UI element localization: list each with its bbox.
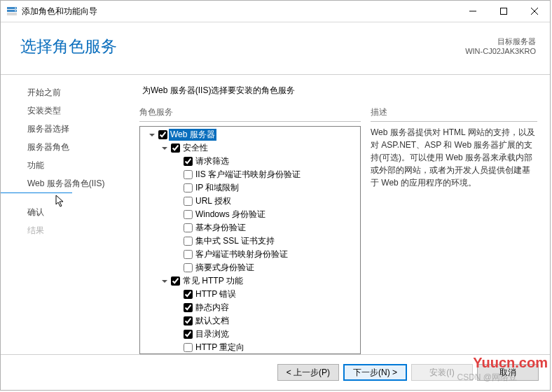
tree-row-1[interactable]: 安全性 (142, 141, 359, 155)
twisty-spacer (172, 303, 182, 313)
tree-row-11[interactable]: 常见 HTTP 功能 (142, 274, 359, 288)
checkbox-input[interactable] (158, 130, 167, 139)
checkbox[interactable] (184, 343, 193, 352)
tree-label[interactable]: 安全性 (181, 142, 209, 154)
nav-item-1[interactable]: 安装类型 (1, 102, 132, 120)
description-text: Web 服务器提供对 HTML 网站的支持，以及对 ASP.NET、ASP 和 … (371, 126, 537, 189)
tree-row-8[interactable]: 集中式 SSL 证书支持 (142, 234, 359, 248)
tree-row-14[interactable]: 默认文档 (142, 314, 359, 328)
checkbox[interactable] (184, 290, 193, 299)
tree-label[interactable]: HTTP 重定向 (194, 342, 246, 354)
nav-item-6[interactable]: 角色服务 (1, 192, 72, 193)
checkbox[interactable] (184, 223, 193, 232)
checkbox[interactable] (184, 263, 193, 272)
tree-label[interactable]: Web 服务器 (169, 129, 216, 141)
checkbox-input[interactable] (184, 330, 193, 339)
checkbox[interactable] (184, 210, 193, 219)
checkbox-input[interactable] (184, 197, 193, 206)
role-services-tree[interactable]: Web 服务器安全性请求筛选IIS 客户端证书映射身份验证IP 和域限制URL … (139, 126, 361, 354)
checkbox-input[interactable] (184, 343, 193, 352)
checkbox-input[interactable] (184, 157, 193, 166)
checkbox[interactable] (171, 276, 180, 286)
tree-label[interactable]: 集中式 SSL 证书支持 (194, 235, 276, 247)
checkbox[interactable] (184, 316, 193, 326)
checkbox-input[interactable] (184, 316, 193, 326)
nav-sidebar: 开始之前安装类型服务器选择服务器角色功能Web 服务器角色(IIS)角色服务确认… (1, 75, 132, 354)
description-column: 描述 Web 服务器提供对 HTML 网站的支持，以及对 ASP.NET、ASP… (371, 106, 537, 354)
checkbox[interactable] (184, 237, 193, 246)
tree-row-9[interactable]: 客户端证书映射身份验证 (142, 248, 359, 261)
twisty-spacer (172, 250, 182, 260)
checkbox-input[interactable] (184, 250, 193, 259)
tree-row-13[interactable]: 静态内容 (142, 301, 359, 314)
prev-button[interactable]: < 上一步(P) (277, 364, 339, 381)
tree-row-2[interactable]: 请求筛选 (142, 155, 359, 168)
install-button[interactable]: 安装(I) (411, 364, 473, 381)
checkbox-input[interactable] (184, 223, 193, 232)
nav-item-5[interactable]: Web 服务器角色(IIS) (1, 174, 132, 192)
twisty-open-icon[interactable] (147, 130, 157, 140)
tree-label[interactable]: HTTP 错误 (194, 288, 237, 300)
checkbox[interactable] (184, 250, 193, 259)
tree-row-15[interactable]: 目录浏览 (142, 328, 359, 341)
tree-row-3[interactable]: IIS 客户端证书映射身份验证 (142, 168, 359, 181)
twisty-open-icon[interactable] (160, 276, 170, 286)
nav-item-2[interactable]: 服务器选择 (1, 120, 132, 138)
tree-row-16[interactable]: HTTP 重定向 (142, 341, 359, 354)
close-button[interactable] (519, 1, 550, 22)
twisty-spacer (172, 290, 182, 300)
tree-label[interactable]: 摘要式身份验证 (194, 262, 256, 274)
checkbox-input[interactable] (171, 144, 180, 153)
tree-label[interactable]: IP 和域限制 (194, 182, 240, 194)
tree-label[interactable]: 静态内容 (194, 302, 230, 314)
tree-label[interactable]: 客户端证书映射身份验证 (194, 248, 289, 260)
checkbox[interactable] (184, 183, 193, 192)
checkbox-input[interactable] (184, 290, 193, 299)
tree-row-6[interactable]: Windows 身份验证 (142, 208, 359, 221)
nav-item-3[interactable]: 服务器角色 (1, 138, 132, 156)
tree-label[interactable]: Windows 身份验证 (194, 209, 267, 220)
tree-row-5[interactable]: URL 授权 (142, 195, 359, 208)
twisty-spacer (172, 157, 182, 167)
cancel-button[interactable]: 取消 (477, 364, 539, 381)
tree-column: 角色服务 Web 服务器安全性请求筛选IIS 客户端证书映射身份验证IP 和域限… (139, 106, 361, 354)
body: 开始之前安装类型服务器选择服务器角色功能Web 服务器角色(IIS)角色服务确认… (1, 75, 550, 354)
checkbox-input[interactable] (184, 237, 193, 246)
nav-item-0[interactable]: 开始之前 (1, 83, 132, 102)
checkbox-input[interactable] (184, 170, 193, 179)
twisty-open-icon[interactable] (160, 144, 170, 153)
tree-row-10[interactable]: 摘要式身份验证 (142, 261, 359, 274)
tree-row-4[interactable]: IP 和域限制 (142, 181, 359, 195)
tree-row-7[interactable]: 基本身份验证 (142, 221, 359, 234)
checkbox[interactable] (184, 157, 193, 166)
tree-heading: 角色服务 (139, 106, 361, 122)
nav-item-4[interactable]: 功能 (1, 156, 132, 174)
checkbox-input[interactable] (184, 210, 193, 219)
tree-label[interactable]: 目录浏览 (194, 328, 230, 340)
checkbox[interactable] (184, 170, 193, 179)
checkbox[interactable] (184, 303, 193, 312)
nav-item-7[interactable]: 确认 (1, 203, 132, 221)
checkbox-input[interactable] (184, 303, 193, 312)
next-button[interactable]: 下一步(N) > (343, 364, 407, 381)
twisty-spacer (172, 237, 182, 246)
tree-row-0[interactable]: Web 服务器 (142, 128, 359, 141)
checkbox-input[interactable] (184, 263, 193, 272)
checkbox[interactable] (158, 130, 167, 139)
checkbox-input[interactable] (171, 276, 180, 286)
checkbox[interactable] (184, 197, 193, 206)
tree-label[interactable]: 基本身份验证 (194, 222, 247, 234)
tree-row-12[interactable]: HTTP 错误 (142, 288, 359, 301)
tree-label[interactable]: 请求筛选 (194, 155, 230, 167)
nav-item-8: 结果 (1, 221, 132, 239)
checkbox[interactable] (184, 330, 193, 339)
tree-label[interactable]: 默认文档 (194, 315, 230, 327)
checkbox-input[interactable] (184, 183, 193, 192)
maximize-button[interactable] (488, 1, 519, 22)
tree-label[interactable]: URL 授权 (194, 195, 233, 207)
tree-label[interactable]: 常见 HTTP 功能 (181, 275, 244, 287)
minimize-button[interactable] (457, 1, 488, 22)
tree-label[interactable]: IIS 客户端证书映射身份验证 (194, 169, 302, 181)
checkbox[interactable] (171, 144, 180, 153)
target-server-value: WIN-CJ02JAK3KRO (465, 46, 536, 56)
